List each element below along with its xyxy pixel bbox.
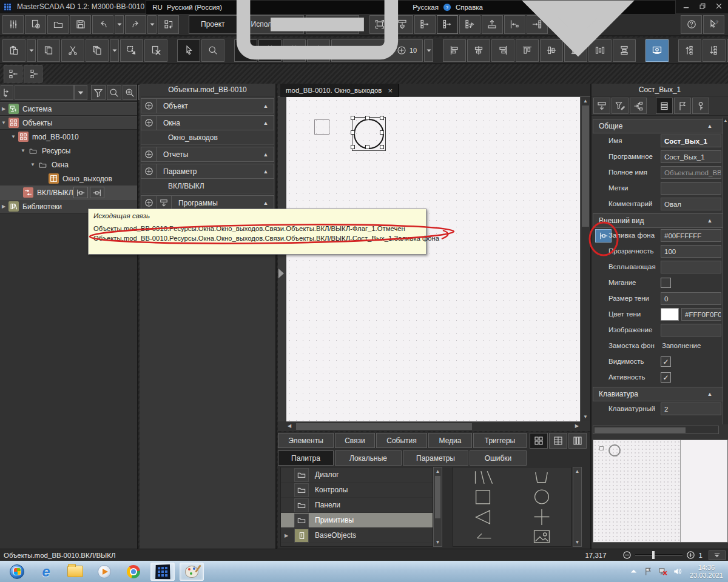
prop-section-Клавиатура[interactable]: Клавиатура▲ (593, 387, 724, 401)
palette-item-BaseObjects[interactable]: ▶BaseObjects (281, 528, 433, 543)
order-top-button[interactable] (678, 39, 701, 62)
chevron-right-icon[interactable]: ▶ (285, 533, 288, 538)
collapse-arrow-icon[interactable]: ▲ (258, 169, 274, 175)
palette-item-Контролы[interactable]: Контролы (281, 483, 433, 498)
funnel-button[interactable] (91, 85, 106, 100)
chevron-down-icon[interactable]: ▼ (20, 148, 26, 153)
sync-project-button[interactable] (158, 15, 179, 34)
selection-handle[interactable] (351, 130, 355, 135)
chevron-down-icon[interactable]: ▼ (30, 162, 36, 167)
flag-button[interactable] (674, 98, 691, 114)
taskbar-scada-icon[interactable] (150, 563, 175, 581)
accordion-item-ВКЛ/ВЫКЛ[interactable]: ВКЛ/ВЫКЛ (141, 179, 274, 193)
palette-shapes-scrollbar[interactable]: ▲▼ (573, 467, 582, 547)
tree-item-Объекты[interactable]: ▼Объекты (0, 116, 137, 130)
tree-search-dropdown[interactable] (74, 85, 87, 100)
shape-triangle[interactable] (470, 508, 496, 526)
cursor-button[interactable] (177, 39, 200, 62)
minimize-button[interactable] (678, 0, 694, 12)
align-left-button[interactable] (443, 39, 466, 62)
tray-net-icon[interactable] (658, 567, 667, 576)
expand-plus-icon[interactable] (141, 147, 157, 161)
zoom-in-icon[interactable] (686, 550, 695, 560)
shape-circle[interactable] (528, 488, 555, 506)
prop-input[interactable] (661, 182, 721, 195)
link-in-a-button[interactable] (4, 65, 22, 82)
collapse-arrow-icon[interactable]: ▲ (258, 120, 274, 126)
close-button[interactable] (710, 0, 727, 12)
prop-input[interactable]: Сост_Вых_1 (661, 150, 721, 163)
selection-handle[interactable] (365, 116, 369, 120)
taskbar-ie-icon[interactable]: e (34, 563, 58, 581)
tree-item-ВКЛ/ВЫКЛ[interactable]: ВКЛ/ВЫКЛ (0, 186, 137, 199)
prop-section-Внешний вид[interactable]: Внешний вид▲ (593, 213, 724, 228)
properties-scrollbar[interactable]: ▲ (723, 118, 728, 424)
help-cursor-button[interactable]: ? (703, 15, 724, 34)
prop-section-Общие[interactable]: Общие▲ (593, 119, 724, 133)
expand-plus-icon[interactable] (141, 164, 157, 178)
link-tree-button[interactable] (630, 98, 647, 114)
shape-lines[interactable] (470, 469, 496, 486)
help-link[interactable]: Справка (456, 4, 483, 11)
delete-page-button[interactable] (144, 39, 167, 62)
caret-down-button[interactable] (27, 39, 36, 62)
palette-list-scrollbar[interactable]: ▲▼ (433, 467, 442, 547)
tree-out-button[interactable] (437, 15, 458, 34)
prop-input[interactable] (661, 324, 721, 336)
caret-down-button[interactable] (147, 15, 157, 34)
taskbar-wmp-icon[interactable] (92, 563, 116, 581)
copy-button[interactable] (37, 39, 60, 62)
taskbar-explorer-icon[interactable] (63, 563, 87, 581)
taskbar-chrome-icon[interactable] (121, 563, 146, 581)
caret-down-button[interactable] (115, 15, 124, 34)
tab-Параметры[interactable]: Параметры (403, 450, 468, 466)
filter-edit-button[interactable] (612, 98, 629, 114)
shape-polyline[interactable] (528, 469, 555, 486)
canvas-horizontal-scrollbar[interactable]: ◀ ▶ (286, 421, 580, 431)
restore-button[interactable] (694, 0, 710, 12)
save-button[interactable] (70, 15, 91, 34)
shape-image[interactable] (528, 527, 555, 545)
collapse-arrow-icon[interactable]: ▲ (258, 152, 274, 158)
collapse-all-icon[interactable] (157, 196, 172, 210)
lang-dropdown-icon[interactable] (487, 0, 669, 98)
tree-item-mod_BB-0010[interactable]: ▼mod_BB-0010 (0, 130, 137, 144)
panel-expander-icon[interactable] (278, 269, 284, 278)
collapse-arrow-icon[interactable]: ▲ (702, 218, 718, 224)
view-grid-button[interactable] (530, 433, 548, 449)
zoom-slider[interactable] (635, 554, 682, 556)
lang-name[interactable]: Русский (Россия) (167, 4, 222, 11)
prop-checkbox[interactable] (661, 278, 671, 288)
view-table-button[interactable] (549, 433, 567, 449)
tree-out-button[interactable] (414, 15, 436, 34)
taskbar-start-icon[interactable] (5, 563, 29, 581)
tree-item-Система[interactable]: ▶Система (0, 102, 137, 116)
magnifier-plus-button[interactable] (123, 85, 137, 100)
palette-item-Панели[interactable]: Панели (281, 498, 433, 513)
canvas-selection-box[interactable] (352, 117, 386, 151)
expand-plus-icon[interactable] (141, 99, 157, 113)
tab-Локальные[interactable]: Локальные (335, 450, 402, 466)
tree-search-input[interactable] (15, 85, 74, 100)
accordion-item-Окно_выходов[interactable]: Окно_выходов (141, 130, 274, 145)
prop-checkbox[interactable]: ✓ (661, 356, 671, 367)
expand-plus-icon[interactable] (141, 196, 157, 210)
select-arrow-button[interactable] (120, 39, 143, 62)
collapse-down-button[interactable] (593, 98, 610, 114)
prop-input[interactable]: Сост_Вых_1 (661, 135, 721, 147)
tree-toggle-button[interactable] (1, 85, 13, 100)
prop-input[interactable]: 0 (661, 292, 721, 305)
folder-open-button[interactable] (47, 15, 69, 34)
link-in-b-button[interactable] (24, 65, 42, 82)
tab-Триггеры[interactable]: Триггеры (473, 433, 527, 448)
caret-down-button[interactable] (110, 39, 119, 62)
color-swatch[interactable] (661, 308, 679, 321)
section-Объект[interactable]: Объект▲ (141, 98, 274, 113)
prop-input[interactable]: Овал (661, 198, 721, 210)
tree-item-Ресурсы[interactable]: ▼Ресурсы (0, 144, 137, 158)
design-canvas[interactable] (286, 97, 580, 421)
undo-button[interactable] (92, 15, 113, 34)
prop-checkbox[interactable]: ✓ (661, 372, 671, 383)
prop-input[interactable] (661, 261, 721, 273)
canvas-square-shape[interactable] (314, 119, 329, 135)
